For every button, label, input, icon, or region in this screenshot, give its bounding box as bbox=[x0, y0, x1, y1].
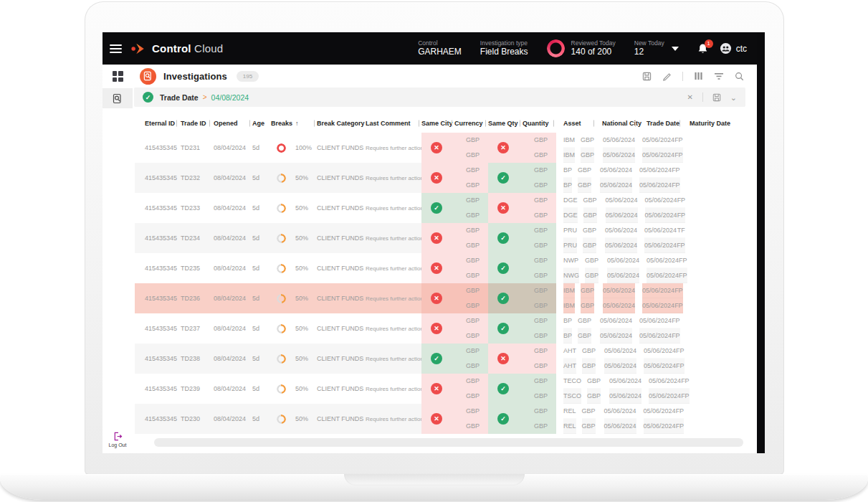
user-menu[interactable]: ctc bbox=[720, 42, 747, 55]
cell-opened: 08/04/2024 bbox=[212, 174, 252, 181]
filter-value[interactable]: 04/08/2024 bbox=[211, 93, 249, 102]
save-view-button[interactable] bbox=[642, 72, 652, 81]
fail-cross-icon: ✕ bbox=[431, 232, 442, 244]
cell-breaks bbox=[271, 264, 292, 273]
column-header-eternal[interactable]: Eternal ID bbox=[135, 120, 179, 127]
cell-national_city: GBP bbox=[581, 283, 594, 298]
cell-maturity_date: 05/06/2024 bbox=[644, 404, 676, 419]
column-header-opened[interactable]: Opened bbox=[212, 120, 252, 127]
column-trade_date: 05/06/202405/06/2024 bbox=[598, 253, 639, 283]
cell-asset: REL bbox=[563, 404, 576, 419]
column-trade_date: 05/06/202405/06/2024 bbox=[601, 374, 642, 404]
cell-maturity_date: 05/06/2024 bbox=[644, 344, 676, 359]
cell-national_city: GBP bbox=[585, 253, 598, 268]
column-header-quant[interactable]: Quantity bbox=[523, 120, 556, 127]
cell-opened: 08/04/2024 bbox=[212, 204, 252, 212]
filter-button[interactable] bbox=[714, 72, 724, 80]
dropdown-icon[interactable] bbox=[672, 47, 679, 51]
cell-maturity_date: 05/06/2024 bbox=[649, 389, 681, 404]
cell-maturity_date: 05/06/2024 bbox=[642, 148, 674, 163]
cell-breaks-percent: 50% bbox=[292, 235, 317, 242]
cell-maturity_date: 05/06/2024 bbox=[642, 283, 674, 298]
clear-filter-button[interactable]: ✕ bbox=[687, 93, 692, 101]
edit-button[interactable] bbox=[662, 72, 672, 81]
status-cell-same_city: ✕GBPGBP bbox=[421, 133, 488, 163]
column-national_city: GBPGBP bbox=[576, 344, 596, 374]
notifications-button[interactable]: 1 bbox=[697, 43, 708, 55]
status-cell-same_qty: ✓GBPGBP bbox=[488, 404, 556, 434]
column-header-tdate[interactable]: Trade Date bbox=[638, 120, 682, 127]
cell-break-category: CLIENT FUNDS bbox=[317, 174, 366, 181]
cell-last-comment: Requires further actions... bbox=[366, 416, 421, 422]
save-filter-button[interactable] bbox=[712, 93, 721, 102]
search-button[interactable] bbox=[735, 72, 744, 81]
column-header-nat[interactable]: National City bbox=[596, 120, 638, 127]
cell-asset: NWG bbox=[563, 268, 579, 283]
expand-filter-chevron-icon[interactable]: ⌄ bbox=[730, 95, 737, 100]
column-header-qty[interactable]: Same Qty bbox=[488, 120, 523, 127]
cell-last-comment: Requires further actions... bbox=[366, 265, 421, 272]
column-national_city: GBPGBP bbox=[575, 283, 594, 313]
table-row[interactable]: 415435345TD23608/04/20245d50%CLIENT FUND… bbox=[135, 283, 745, 313]
column-header-comment[interactable]: Last Comment bbox=[366, 120, 421, 127]
cell-break-category: CLIENT FUNDS bbox=[317, 204, 366, 212]
table-row[interactable]: 415435345TD23708/04/20245d50%CLIENT FUND… bbox=[135, 313, 745, 344]
sort-asc-icon[interactable]: ↑ bbox=[295, 120, 299, 127]
table-row[interactable]: 415435345TD23108/04/20245d100%CLIENT FUN… bbox=[135, 133, 745, 163]
column-asset: IBMIBM bbox=[556, 133, 575, 163]
column-asset: IBMIBM bbox=[556, 283, 575, 313]
cell-trade_date: 05/06/2024 bbox=[604, 359, 636, 374]
table-row[interactable]: 415435345TD23908/04/20245d50%CLIENT FUND… bbox=[135, 374, 745, 404]
cell-national_city: GBP bbox=[581, 133, 594, 148]
cell-breaks bbox=[271, 174, 292, 183]
filter-divider bbox=[702, 93, 703, 102]
column-header-breaks[interactable]: Breaks bbox=[271, 120, 292, 127]
cell-trade-id: TD237 bbox=[179, 325, 212, 332]
table-row[interactable]: 415435345TD23308/04/20245d50%CLIENT FUND… bbox=[135, 193, 745, 223]
hamburger-menu-icon[interactable] bbox=[110, 44, 122, 53]
table-row[interactable]: 415435345TD23508/04/20245d50%CLIENT FUND… bbox=[135, 253, 745, 283]
cell-flags: FP bbox=[674, 148, 683, 163]
cell-flags: FP bbox=[674, 283, 683, 298]
column-header-trade[interactable]: Trade ID bbox=[179, 120, 212, 127]
column-header-city[interactable]: Same City bbox=[421, 120, 454, 127]
apps-grid-icon[interactable] bbox=[113, 71, 123, 82]
breaks-progress-ring-icon bbox=[277, 143, 286, 153]
cell-last-comment: Requires further actions... bbox=[366, 386, 421, 392]
cell-asset: NWP bbox=[563, 253, 579, 268]
horizontal-scrollbar[interactable] bbox=[154, 438, 743, 447]
cell-age: 5d bbox=[252, 385, 271, 392]
cell-break-category: CLIENT FUNDS bbox=[317, 295, 366, 302]
cell-trade_date: 05/06/2024 bbox=[600, 313, 632, 328]
column-header-pct[interactable]: ↑ bbox=[292, 120, 317, 127]
column-header-age[interactable]: Age bbox=[252, 120, 271, 127]
cell-national_city: GBP bbox=[583, 238, 596, 253]
column-asset: RELREL bbox=[556, 404, 576, 434]
logout-button[interactable]: Log Out bbox=[102, 432, 133, 447]
column-flags: FPFP bbox=[676, 404, 689, 434]
stat-value: Field Breaks bbox=[480, 47, 528, 57]
table-row[interactable]: 415435345TD23408/04/20245d50%CLIENT FUND… bbox=[135, 223, 745, 253]
table-row[interactable]: 415435345TD23808/04/20245d50%CLIENT FUND… bbox=[135, 344, 745, 374]
cell-eternal-id: 415435345 bbox=[135, 415, 179, 422]
cell-maturity_date: 05/06/2024 bbox=[644, 238, 677, 253]
status-cell-same_city: ✕GBPGBP bbox=[421, 163, 488, 193]
logout-label: Log Out bbox=[109, 442, 127, 447]
columns-button[interactable] bbox=[694, 72, 703, 80]
cell-flags: FP bbox=[674, 298, 683, 313]
sidebar-item-investigations[interactable] bbox=[102, 88, 133, 108]
cell-breaks bbox=[271, 354, 292, 364]
cell-national_city: GBP bbox=[578, 328, 591, 344]
table-row[interactable]: 415435345TD23008/04/20245d50%CLIENT FUND… bbox=[135, 404, 745, 434]
cell-national_city: GBP bbox=[582, 419, 596, 434]
table-row[interactable]: 415435345TD23208/04/20245d50%CLIENT FUND… bbox=[135, 163, 745, 193]
cell-eternal-id: 415435345 bbox=[135, 174, 179, 181]
column-header-curr[interactable]: Currency bbox=[454, 120, 488, 127]
column-maturity_date: 05/06/202405/06/2024 bbox=[635, 133, 674, 163]
column-header-cat[interactable]: Break Category bbox=[317, 120, 366, 127]
column-header-asset[interactable]: Asset bbox=[556, 120, 596, 127]
cell-asset: DGE bbox=[563, 208, 578, 223]
laptop-notch bbox=[344, 474, 525, 486]
column-header-mdate[interactable]: Maturity Date bbox=[682, 120, 727, 127]
column-national_city: GBPGBP bbox=[576, 404, 596, 434]
